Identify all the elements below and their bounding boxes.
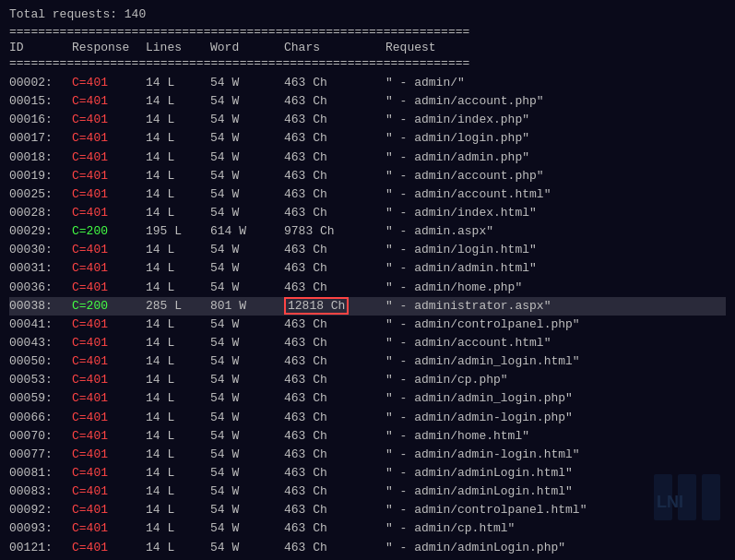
row-lines: 14 L bbox=[146, 185, 210, 204]
row-lines: 14 L bbox=[146, 111, 210, 129]
row-request: " - admin/admin_login.html" bbox=[385, 352, 726, 371]
row-chars: 463 Ch bbox=[284, 259, 385, 278]
row-word: 54 W bbox=[210, 185, 284, 204]
row-word: 54 W bbox=[210, 501, 284, 519]
table-row: 00018: C=401 14 L 54 W 463 Ch " - admin/… bbox=[9, 149, 726, 167]
table-row: 00053: C=401 14 L 54 W 463 Ch " - admin/… bbox=[9, 371, 726, 389]
table-row: 00077: C=401 14 L 54 W 463 Ch " - admin/… bbox=[9, 446, 726, 464]
row-lines: 14 L bbox=[146, 259, 210, 278]
row-response: C=401 bbox=[72, 259, 146, 278]
row-lines: 14 L bbox=[146, 334, 210, 352]
col-header-word: Word bbox=[210, 41, 284, 54]
row-lines: 14 L bbox=[146, 149, 210, 167]
row-chars: 463 Ch bbox=[284, 204, 385, 222]
row-id: 00050: bbox=[9, 352, 72, 371]
chars-value: 463 Ch bbox=[284, 261, 327, 275]
table-row: 00036: C=401 14 L 54 W 463 Ch " - admin/… bbox=[9, 279, 726, 297]
row-word: 54 W bbox=[210, 334, 284, 352]
row-word: 54 W bbox=[210, 149, 284, 167]
row-lines: 14 L bbox=[146, 446, 210, 464]
table-row: 00030: C=401 14 L 54 W 463 Ch " - admin/… bbox=[9, 241, 726, 259]
row-request: " - admin/account.html" bbox=[385, 185, 726, 204]
row-lines: 14 L bbox=[146, 389, 210, 408]
row-word: 54 W bbox=[210, 92, 284, 111]
chars-value: 463 Ch bbox=[284, 131, 327, 145]
chars-value: 9783 Ch bbox=[284, 224, 335, 238]
table-row: 00050: C=401 14 L 54 W 463 Ch " - admin/… bbox=[9, 352, 726, 371]
row-response: C=401 bbox=[72, 519, 146, 538]
row-id: 00121: bbox=[9, 539, 72, 557]
row-word: 54 W bbox=[210, 352, 284, 371]
table-row: 00059: C=401 14 L 54 W 463 Ch " - admin/… bbox=[9, 389, 726, 408]
row-response: C=401 bbox=[72, 464, 146, 483]
row-request: " - admin/adminLogin.php" bbox=[385, 539, 726, 557]
row-lines: 14 L bbox=[146, 92, 210, 111]
table-row: 00019: C=401 14 L 54 W 463 Ch " - admin/… bbox=[9, 167, 726, 185]
row-request: " - admin/adminLogin.html" bbox=[385, 464, 726, 483]
row-id: 00038: bbox=[9, 297, 72, 316]
row-id: 00036: bbox=[9, 279, 72, 297]
row-word: 54 W bbox=[210, 389, 284, 408]
row-response: C=401 bbox=[72, 149, 146, 167]
row-id: 00019: bbox=[9, 167, 72, 185]
row-id: 00092: bbox=[9, 501, 72, 519]
row-request: " - manager.aspx" bbox=[385, 557, 726, 560]
row-id: 00059: bbox=[9, 389, 72, 408]
chars-value: 463 Ch bbox=[284, 206, 327, 220]
chars-value: 463 Ch bbox=[284, 411, 327, 424]
row-id: 00083: bbox=[9, 483, 72, 501]
row-id: 00015: bbox=[9, 92, 72, 111]
row-chars: 9783 Ch bbox=[284, 222, 385, 241]
row-request: " - admin.aspx" bbox=[385, 222, 726, 241]
table-row: 00025: C=401 14 L 54 W 463 Ch " - admin/… bbox=[9, 185, 726, 204]
row-id: 00066: bbox=[9, 409, 72, 427]
row-chars: 463 Ch bbox=[284, 352, 385, 371]
row-lines: 14 L bbox=[146, 501, 210, 519]
chars-highlight: 12818 Ch bbox=[284, 297, 349, 315]
row-lines: 14 L bbox=[146, 316, 210, 334]
chars-value: 463 Ch bbox=[284, 76, 327, 89]
data-table: 00002: C=401 14 L 54 W 463 Ch " - admin/… bbox=[9, 74, 726, 560]
row-chars: 463 Ch bbox=[284, 149, 385, 167]
col-header-response: Response bbox=[72, 41, 146, 54]
table-row: 00066: C=401 14 L 54 W 463 Ch " - admin/… bbox=[9, 409, 726, 427]
row-chars: 463 Ch bbox=[284, 464, 385, 483]
table-row: 00028: C=401 14 L 54 W 463 Ch " - admin/… bbox=[9, 204, 726, 222]
row-chars: 463 Ch bbox=[284, 501, 385, 519]
row-response: C=401 bbox=[72, 74, 146, 92]
row-lines: 14 L bbox=[146, 409, 210, 427]
row-response: C=401 bbox=[72, 334, 146, 352]
row-chars: 463 Ch bbox=[284, 389, 385, 408]
chars-value: 463 Ch bbox=[284, 336, 327, 350]
chars-value: 463 Ch bbox=[284, 113, 327, 126]
row-request: " - admin/login.html" bbox=[385, 241, 726, 259]
row-id: 00017: bbox=[9, 129, 72, 148]
row-id: 00029: bbox=[9, 222, 72, 241]
row-id: 00018: bbox=[9, 149, 72, 167]
row-response: C=401 bbox=[72, 352, 146, 371]
row-lines: 14 L bbox=[146, 204, 210, 222]
row-chars: 463 Ch bbox=[284, 334, 385, 352]
row-response: C=401 bbox=[72, 204, 146, 222]
row-chars: 463 Ch bbox=[284, 409, 385, 427]
row-id: 00041: bbox=[9, 316, 72, 334]
row-request: " - admin/account.php" bbox=[385, 92, 726, 111]
table-row: 00029: C=200 195 L 614 W 9783 Ch " - adm… bbox=[9, 222, 726, 241]
row-request: " - admin/login.php" bbox=[385, 129, 726, 148]
row-chars: 463 Ch bbox=[284, 74, 385, 92]
row-lines: 14 L bbox=[146, 539, 210, 557]
row-lines: 14 L bbox=[146, 427, 210, 446]
row-word: 54 W bbox=[210, 446, 284, 464]
chars-value: 463 Ch bbox=[284, 317, 327, 331]
row-word: 614 W bbox=[210, 222, 284, 241]
table-row: 00092: C=401 14 L 54 W 463 Ch " - admin/… bbox=[9, 501, 726, 519]
row-request: " - admin/index.html" bbox=[385, 204, 726, 222]
row-response: C=200 bbox=[72, 557, 146, 560]
chars-value: 463 Ch bbox=[284, 541, 327, 554]
col-header-id: ID bbox=[9, 41, 72, 54]
row-response: C=401 bbox=[72, 371, 146, 389]
row-request: " - admin/index.php" bbox=[385, 111, 726, 129]
row-request: " - admin/admin-login.php" bbox=[385, 409, 726, 427]
row-word: 54 W bbox=[210, 241, 284, 259]
chars-value: 463 Ch bbox=[284, 429, 327, 443]
